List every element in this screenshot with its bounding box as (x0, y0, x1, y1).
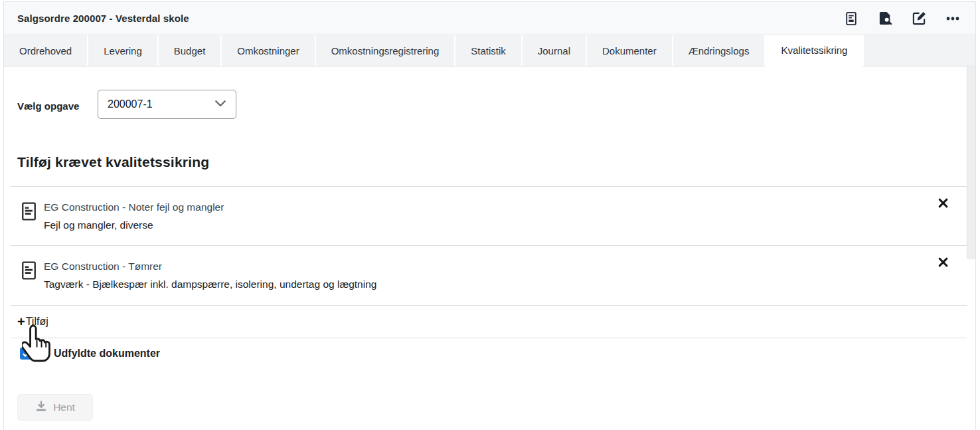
plus-icon: + (17, 315, 25, 328)
order-header: Salgsordre 200007 - Vesterdal skole (4, 2, 975, 35)
task-select-row: Vælg opgave 200007-1 (4, 66, 975, 119)
tab-bar: Ordrehoved Levering Budget Omkostninger … (4, 35, 975, 66)
tab-dokumenter[interactable]: Dokumenter (587, 35, 672, 66)
document-icon[interactable] (843, 11, 859, 27)
download-button-label: Hent (53, 401, 75, 413)
note-document-icon (22, 202, 36, 223)
task-select-value: 200007-1 (108, 98, 214, 110)
tab-bar-filler (864, 35, 975, 66)
more-options-icon[interactable] (945, 11, 961, 27)
qs-item-title: EG Construction - Noter fejl og mangler (44, 201, 936, 214)
edit-icon[interactable] (911, 11, 927, 27)
qs-list: EG Construction - Noter fejl og mangler … (4, 186, 975, 369)
file-search-icon[interactable] (877, 11, 893, 27)
remove-item-icon[interactable] (936, 195, 950, 210)
tab-levering[interactable]: Levering (88, 35, 157, 66)
filled-documents-label: Udfyldte dokumenter (54, 348, 160, 360)
tab-statistik[interactable]: Statistik (455, 35, 521, 66)
task-select-label: Vælg opgave (17, 90, 98, 119)
qs-item-row: EG Construction - Noter fejl og mangler … (4, 187, 975, 245)
add-qs-button[interactable]: + Tilføj (4, 306, 975, 338)
qs-item-text: EG Construction - Tømrer Tagværk - Bjælk… (44, 260, 936, 291)
filled-documents-row: Udfyldte dokumenter (4, 338, 975, 369)
page-title: Salgsordre 200007 - Vesterdal skole (17, 13, 189, 24)
qs-item-subtitle: Fejl og mangler, diverse (44, 219, 936, 232)
chevron-down-icon (214, 98, 226, 110)
tab-omkostninger[interactable]: Omkostninger (222, 35, 314, 66)
tab-aendringslogs[interactable]: Ændringslogs (673, 35, 765, 66)
tab-journal[interactable]: Journal (523, 35, 586, 66)
kvalitetssikring-panel: Vælg opgave 200007-1 Tilføj krævet kvali… (4, 66, 975, 430)
tab-ordrehoved[interactable]: Ordrehoved (4, 35, 87, 66)
download-icon (35, 400, 47, 415)
download-button[interactable]: Hent (17, 394, 93, 421)
tab-kvalitetssikring[interactable]: Kvalitetssikring (766, 35, 862, 66)
qs-item-text: EG Construction - Noter fejl og mangler … (44, 201, 936, 232)
note-document-icon (22, 261, 36, 282)
task-select-dropdown[interactable]: 200007-1 (98, 90, 236, 119)
remove-item-icon[interactable] (936, 255, 950, 269)
section-heading: Tilføj krævet kvalitetssikring (17, 154, 975, 170)
qs-item-subtitle: Tagværk - Bjælkespær inkl. dampspærre, i… (44, 278, 936, 291)
filled-documents-checkbox[interactable] (20, 348, 32, 360)
qs-item-row: EG Construction - Tømrer Tagværk - Bjælk… (4, 246, 975, 305)
tab-budget[interactable]: Budget (159, 35, 221, 66)
tab-omkostningsregistrering[interactable]: Omkostningsregistrering (316, 35, 455, 66)
app-window: Salgsordre 200007 - Vesterdal skole (3, 1, 976, 430)
qs-item-title: EG Construction - Tømrer (44, 260, 936, 273)
add-qs-label: Tilføj (26, 316, 48, 328)
header-toolbar (843, 11, 966, 27)
scrollbar-thumb[interactable] (967, 65, 975, 259)
